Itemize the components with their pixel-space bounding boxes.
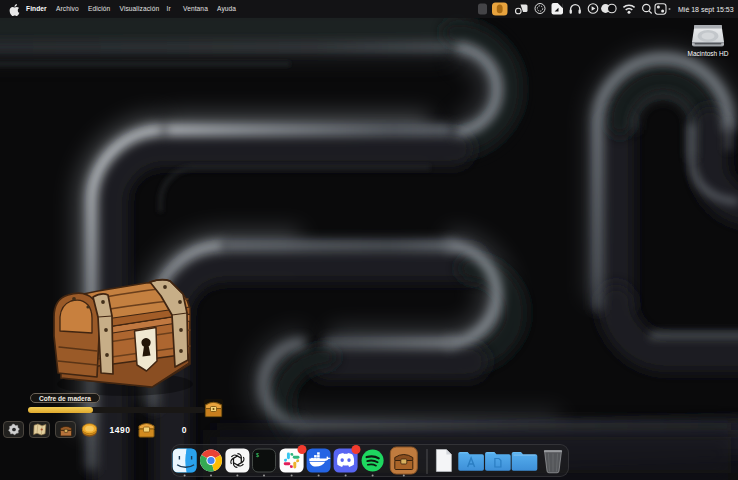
- svg-text:$: $: [256, 453, 259, 459]
